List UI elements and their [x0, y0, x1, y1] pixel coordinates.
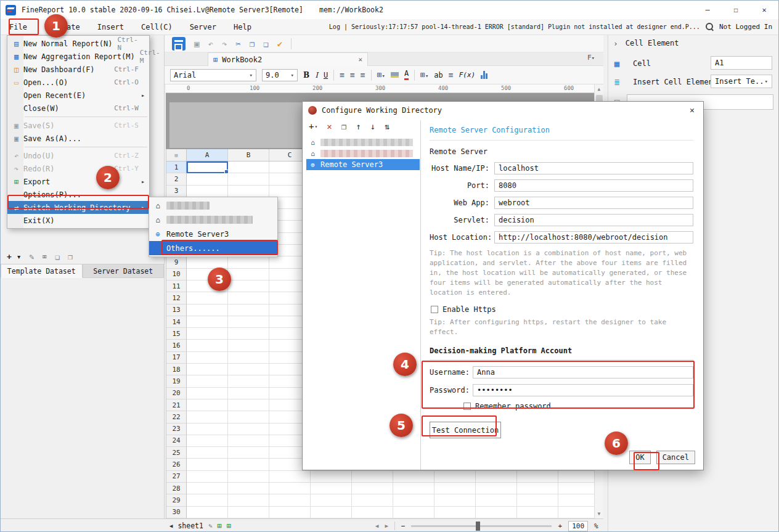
sheet-cell[interactable]	[311, 494, 352, 506]
undo-button[interactable]: ↶	[208, 39, 213, 49]
menu-insert[interactable]: Insert	[89, 19, 133, 35]
sheet-cell-b18[interactable]	[228, 364, 269, 375]
minimize-button[interactable]: —	[693, 1, 722, 19]
format-check-button[interactable]: ✔	[277, 39, 282, 49]
search-icon[interactable]	[706, 23, 714, 31]
sheet-cell-b10[interactable]	[228, 269, 269, 280]
sheet-scroll-left-icon[interactable]: ◀	[169, 523, 173, 529]
bold-button[interactable]: B	[303, 71, 309, 80]
sheet-cell[interactable]	[352, 471, 393, 483]
merge-cells-button[interactable]: ⊞▾	[377, 70, 385, 80]
add-grid-sheet-icon[interactable]: ⊞	[218, 522, 222, 530]
field-input-webapp[interactable]: webroot	[494, 197, 693, 209]
row-header-28[interactable]: 28	[166, 483, 187, 494]
align-center-button[interactable]: ≡	[350, 70, 355, 80]
sheet-cell-b30[interactable]	[228, 507, 269, 518]
add-directory-icon[interactable]: +▾	[309, 121, 317, 131]
tab-close-icon[interactable]: ✕	[358, 55, 362, 63]
submenu-item[interactable]: ⌂	[149, 198, 277, 213]
sheet-cell-a20[interactable]	[187, 388, 228, 399]
field-input-port[interactable]: 8080	[494, 179, 693, 192]
sheet-cell-a1[interactable]	[187, 162, 228, 173]
log-status-text[interactable]: Log | Seriously:17:17:57 pool-14-thread-…	[329, 23, 700, 30]
password-input[interactable]: ••••••••	[473, 384, 693, 396]
cell-element-tab-icon[interactable]: ▦	[614, 59, 619, 68]
sheet-cell-b24[interactable]	[228, 435, 269, 447]
preview-dataset-icon[interactable]: ❏	[55, 252, 60, 261]
insert-chart-button[interactable]	[481, 71, 487, 79]
row-header-30[interactable]: 30	[166, 507, 187, 518]
copy-directory-icon[interactable]: ❐	[341, 121, 346, 131]
file-menu-item[interactable]: ⊞Export▸	[7, 175, 149, 188]
sheet-cell-b13[interactable]	[228, 305, 269, 316]
enable-https-checkbox[interactable]	[431, 306, 438, 313]
sheet-cell-a19[interactable]	[187, 375, 228, 387]
menu-file[interactable]: File	[1, 19, 36, 35]
distributed-align-button[interactable]: ≡	[449, 70, 454, 80]
row-header-15[interactable]: 15	[166, 328, 187, 340]
file-menu-item[interactable]: Exit(X)	[7, 214, 149, 227]
insert-element-select[interactable]: Insert Te... ▾	[711, 75, 772, 88]
sheet-cell[interactable]	[311, 483, 352, 494]
sheet-cell[interactable]	[517, 494, 558, 506]
zoom-slider-thumb[interactable]	[476, 522, 480, 531]
sheet-cell[interactable]	[517, 507, 558, 518]
save-button[interactable]: ▣	[194, 39, 199, 49]
row-header-2[interactable]: 2	[166, 173, 187, 185]
sheet-cell-a13[interactable]	[187, 305, 228, 316]
dialog-close-icon[interactable]: ✕	[681, 102, 703, 118]
file-menu-item[interactable]: ▭Open...(O)Ctrl-O	[7, 76, 149, 89]
sheet-cell[interactable]	[558, 471, 594, 483]
menu-server[interactable]: Server	[181, 19, 225, 35]
username-input[interactable]: Anna	[473, 366, 693, 379]
remember-password-checkbox[interactable]	[463, 403, 471, 410]
sheet-cell[interactable]	[558, 483, 594, 494]
sheet-cell-c30[interactable]	[269, 507, 311, 518]
move-up-icon[interactable]: ↑	[356, 121, 361, 131]
sheet-cell[interactable]	[393, 483, 434, 494]
sheet-cell[interactable]	[311, 507, 352, 518]
row-header-17[interactable]: 17	[166, 352, 187, 364]
sheet-cell[interactable]	[352, 483, 393, 494]
sheet-cell-b1[interactable]	[228, 162, 269, 173]
sheet-cell[interactable]	[352, 507, 393, 518]
sheet-cell-a18[interactable]	[187, 364, 228, 375]
file-menu-item[interactable]: ◫New Dashboard(F)Ctrl-F	[7, 63, 149, 76]
login-status[interactable]: Not Logged In	[719, 23, 772, 31]
directory-item[interactable]: ⌂	[306, 148, 420, 159]
sheet-cell-b17[interactable]	[228, 352, 269, 364]
sheet-cell[interactable]	[476, 483, 517, 494]
sheet-cell-a14[interactable]	[187, 316, 228, 328]
sheet-cell[interactable]	[352, 494, 393, 506]
sheet-cell-b3[interactable]	[228, 186, 269, 197]
row-header-9[interactable]: 9	[166, 256, 187, 268]
close-button[interactable]: ✕	[750, 1, 778, 19]
submenu-item[interactable]: ⌂	[149, 213, 277, 227]
sheet-cell[interactable]	[558, 494, 594, 506]
text-style-button[interactable]: ab	[434, 71, 443, 80]
tab-server-dataset[interactable]: Server Dataset	[83, 264, 165, 278]
copy-dataset-icon[interactable]: ❐	[68, 252, 73, 261]
select-all-corner[interactable]: ⊞	[166, 149, 187, 162]
font-size-select[interactable]: 9.0 ▾	[262, 69, 298, 81]
sheet-cell-a9[interactable]	[187, 256, 228, 268]
template-web-icon[interactable]	[172, 37, 186, 51]
row-header-18[interactable]: 18	[166, 364, 187, 375]
sheet-cell-b25[interactable]	[228, 447, 269, 459]
sheet-cell-b11[interactable]	[228, 280, 269, 292]
sheet-cell-b22[interactable]	[228, 411, 269, 423]
sheet-cell[interactable]	[558, 507, 594, 518]
file-menu-item[interactable]: Open Recent(E)▸	[7, 89, 149, 102]
page-next-icon[interactable]: ▶	[385, 523, 388, 529]
sheet-cell-b26[interactable]	[228, 459, 269, 470]
file-menu-item[interactable]: Close(W)Ctrl-W	[7, 102, 149, 115]
font-color-button[interactable]: A	[404, 70, 409, 80]
menu-help[interactable]: Help	[225, 19, 260, 35]
cut-button[interactable]: ✂	[235, 39, 240, 49]
row-header-14[interactable]: 14	[166, 316, 187, 328]
sheet-cell-b21[interactable]	[228, 399, 269, 411]
sheet-cell-b20[interactable]	[228, 388, 269, 399]
row-header-29[interactable]: 29	[166, 494, 187, 506]
sheet-cell-a26[interactable]	[187, 459, 228, 470]
row-header-19[interactable]: 19	[166, 375, 187, 387]
